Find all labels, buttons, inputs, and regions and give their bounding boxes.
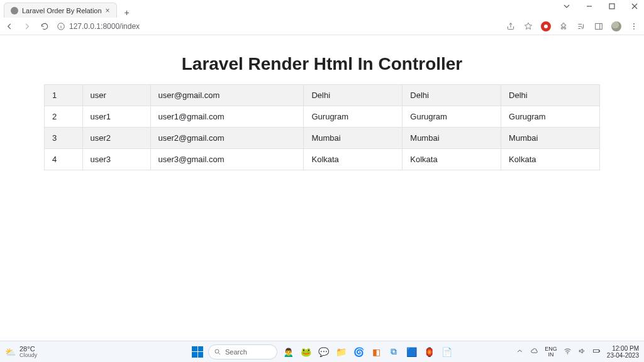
svg-point-4 bbox=[633, 26, 635, 27]
tray-language[interactable]: ENG IN bbox=[545, 346, 557, 358]
tray-wifi-icon[interactable] bbox=[564, 347, 572, 356]
weather-icon: ⛅ bbox=[5, 347, 16, 357]
address-bar[interactable] bbox=[69, 22, 498, 31]
table-row: 1useruser@gmail.comDelhiDelhiDelhi bbox=[45, 85, 600, 106]
page-title: Laravel Render Html In Controller bbox=[44, 54, 600, 74]
window-close-icon[interactable] bbox=[629, 3, 640, 11]
table-cell: Kolkata bbox=[402, 149, 501, 170]
table-cell: 4 bbox=[45, 149, 83, 170]
tab-strip: Laravel Order By Relation × + bbox=[0, 0, 644, 18]
table-cell: user1 bbox=[82, 106, 150, 128]
weather-temp: 28°C bbox=[19, 346, 37, 353]
taskbar-search[interactable]: Search bbox=[208, 344, 277, 359]
table-cell: Kolkata bbox=[501, 149, 600, 170]
table-cell: Gurugram bbox=[304, 106, 402, 128]
weather-condition: Cloudy bbox=[19, 353, 37, 358]
table-cell: Mumbai bbox=[501, 128, 600, 149]
start-button[interactable] bbox=[191, 345, 204, 359]
taskbar-app-chrome[interactable]: 🌀 bbox=[352, 345, 365, 359]
svg-rect-2 bbox=[596, 23, 602, 29]
tray-clock[interactable]: 12:00 PM 23-04-2023 bbox=[607, 345, 639, 359]
table-row: 4user3user3@gmail.comKolkataKolkataKolka… bbox=[45, 149, 600, 170]
svg-point-3 bbox=[633, 23, 635, 24]
bookmark-icon[interactable] bbox=[523, 21, 533, 31]
taskbar-app-2[interactable]: 🐸 bbox=[299, 345, 313, 359]
taskbar-app-explorer[interactable]: 📁 bbox=[334, 345, 348, 359]
site-info-icon[interactable] bbox=[57, 22, 65, 31]
table-row: 2user1user1@gmail.comGurugramGurugramGur… bbox=[45, 106, 600, 128]
table-cell: user2@gmail.com bbox=[150, 128, 304, 149]
table-cell: Kolkata bbox=[304, 149, 402, 170]
tray-battery-icon[interactable] bbox=[592, 347, 601, 356]
table-cell: Mumbai bbox=[304, 128, 402, 149]
table-cell: 1 bbox=[45, 85, 83, 106]
tray-onedrive-icon[interactable] bbox=[530, 347, 538, 356]
taskbar-search-label: Search bbox=[225, 348, 247, 356]
page-content: Laravel Render Html In Controller 1useru… bbox=[0, 35, 644, 170]
table-cell: user bbox=[82, 85, 150, 106]
table-cell: user@gmail.com bbox=[150, 85, 304, 106]
table-cell: Mumbai bbox=[402, 128, 501, 149]
taskbar-weather[interactable]: ⛅ 28°C Cloudy bbox=[0, 346, 37, 358]
table-cell: user3 bbox=[82, 149, 150, 170]
table-row: 3user2user2@gmail.comMumbaiMumbaiMumbai bbox=[45, 128, 600, 149]
table-cell: user2 bbox=[82, 128, 150, 149]
browser-tab[interactable]: Laravel Order By Relation × bbox=[4, 3, 117, 18]
profile-avatar-icon[interactable] bbox=[611, 21, 621, 31]
tab-close-icon[interactable]: × bbox=[106, 6, 110, 15]
toolbar bbox=[0, 18, 644, 35]
table-cell: user3@gmail.com bbox=[150, 149, 304, 170]
svg-point-5 bbox=[633, 28, 635, 30]
menu-icon[interactable] bbox=[629, 21, 639, 31]
window-maximize-icon[interactable] bbox=[606, 3, 618, 11]
table-cell: user1@gmail.com bbox=[150, 106, 304, 128]
playlist-icon[interactable] bbox=[576, 21, 586, 31]
table-cell: Gurugram bbox=[402, 106, 501, 128]
forward-button[interactable] bbox=[23, 22, 31, 31]
tab-favicon-icon bbox=[11, 7, 18, 14]
taskbar-app-vscode[interactable]: ⧉ bbox=[387, 345, 401, 359]
tray-time: 12:00 PM bbox=[607, 345, 639, 352]
user-table: 1useruser@gmail.comDelhiDelhiDelhi2user1… bbox=[44, 84, 600, 170]
tray-date: 23-04-2023 bbox=[607, 352, 639, 359]
extensions-icon[interactable] bbox=[558, 21, 569, 31]
window-minimize-icon[interactable] bbox=[584, 3, 595, 11]
panel-icon[interactable] bbox=[594, 21, 604, 31]
table-cell: Delhi bbox=[402, 85, 501, 106]
svg-rect-0 bbox=[609, 4, 614, 9]
svg-point-7 bbox=[567, 353, 568, 354]
taskbar-app-opera[interactable]: 🏮 bbox=[422, 345, 436, 359]
windows-taskbar: ⛅ 28°C Cloudy Search 🙍‍♂️ 🐸 💬 📁 🌀 ◧ ⧉ 🟦 … bbox=[0, 341, 644, 362]
taskbar-app-chat[interactable]: 💬 bbox=[316, 345, 330, 359]
tray-volume-icon[interactable] bbox=[578, 347, 586, 356]
svg-rect-8 bbox=[593, 349, 599, 352]
tray-overflow-icon[interactable] bbox=[516, 347, 524, 356]
back-button[interactable] bbox=[5, 22, 14, 31]
reload-button[interactable] bbox=[40, 22, 49, 31]
table-cell: Gurugram bbox=[501, 106, 600, 128]
table-cell: 3 bbox=[45, 128, 83, 149]
table-cell: 2 bbox=[45, 106, 83, 128]
tray-lang-2: IN bbox=[545, 352, 557, 358]
share-icon[interactable] bbox=[506, 21, 516, 31]
taskbar-app-1[interactable]: 🙍‍♂️ bbox=[281, 345, 295, 359]
table-cell: Delhi bbox=[304, 85, 402, 106]
taskbar-app-word[interactable]: 📄 bbox=[440, 345, 453, 359]
opera-icon[interactable] bbox=[541, 21, 551, 31]
svg-point-6 bbox=[215, 349, 219, 353]
taskbar-app-edge[interactable]: 🟦 bbox=[404, 345, 418, 359]
table-cell: Delhi bbox=[501, 85, 600, 106]
svg-rect-9 bbox=[599, 350, 600, 351]
taskbar-app-xampp[interactable]: ◧ bbox=[369, 345, 383, 359]
window-dropdown-icon[interactable] bbox=[561, 3, 572, 11]
tab-title: Laravel Order By Relation bbox=[22, 7, 102, 14]
new-tab-button[interactable]: + bbox=[121, 8, 133, 18]
